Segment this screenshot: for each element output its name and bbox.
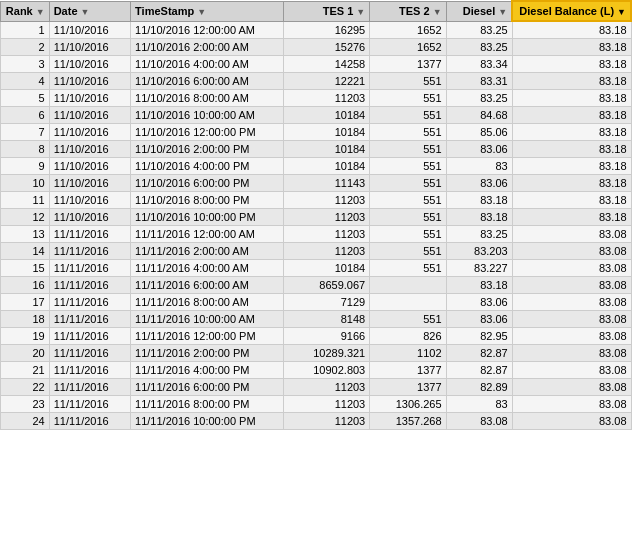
cell-date: 11/10/2016: [49, 73, 130, 90]
table-row: 911/10/201611/10/2016 4:00:00 PM10184551…: [1, 158, 632, 175]
cell-timestamp: 11/11/2016 12:00:00 AM: [131, 226, 284, 243]
cell-tes2: 551: [370, 158, 446, 175]
cell-tes1: 11143: [283, 175, 370, 192]
cell-tes2: 551: [370, 226, 446, 243]
cell-rank: 21: [1, 362, 50, 379]
table-row: 111/10/201611/10/2016 12:00:00 AM1629516…: [1, 21, 632, 39]
cell-tes1: 11203: [283, 209, 370, 226]
table-row: 1411/11/201611/11/2016 2:00:00 AM1120355…: [1, 243, 632, 260]
cell-rank: 10: [1, 175, 50, 192]
cell-diesel: 83.18: [446, 192, 512, 209]
cell-balance: 83.08: [512, 413, 631, 430]
table-row: 2311/11/201611/11/2016 8:00:00 PM1120313…: [1, 396, 632, 413]
cell-tes2: 551: [370, 209, 446, 226]
cell-timestamp: 11/10/2016 8:00:00 PM: [131, 192, 284, 209]
cell-date: 11/11/2016: [49, 345, 130, 362]
table-row: 1311/11/201611/11/2016 12:00:00 AM112035…: [1, 226, 632, 243]
cell-date: 11/10/2016: [49, 158, 130, 175]
cell-rank: 14: [1, 243, 50, 260]
cell-timestamp: 11/11/2016 8:00:00 AM: [131, 294, 284, 311]
cell-timestamp: 11/10/2016 4:00:00 AM: [131, 56, 284, 73]
cell-tes1: 14258: [283, 56, 370, 73]
cell-rank: 16: [1, 277, 50, 294]
cell-date: 11/11/2016: [49, 328, 130, 345]
cell-tes1: 11203: [283, 379, 370, 396]
column-header-tes-2[interactable]: TES 2 ▼: [370, 1, 446, 21]
cell-tes1: 10184: [283, 107, 370, 124]
cell-timestamp: 11/11/2016 2:00:00 AM: [131, 243, 284, 260]
cell-tes2: 551: [370, 124, 446, 141]
cell-tes2: 551: [370, 107, 446, 124]
cell-tes2: 1357.268: [370, 413, 446, 430]
cell-date: 11/10/2016: [49, 209, 130, 226]
cell-tes2: 551: [370, 260, 446, 277]
column-header-tes-1[interactable]: TES 1 ▼: [283, 1, 370, 21]
cell-tes1: 15276: [283, 39, 370, 56]
cell-timestamp: 11/11/2016 2:00:00 PM: [131, 345, 284, 362]
cell-tes1: 10184: [283, 141, 370, 158]
cell-date: 11/11/2016: [49, 311, 130, 328]
cell-tes2: 551: [370, 175, 446, 192]
column-header-diesel[interactable]: Diesel ▼: [446, 1, 512, 21]
cell-tes1: 9166: [283, 328, 370, 345]
cell-tes2: 1102: [370, 345, 446, 362]
cell-date: 11/11/2016: [49, 379, 130, 396]
cell-tes2: 826: [370, 328, 446, 345]
cell-tes1: 10184: [283, 260, 370, 277]
cell-tes2: 551: [370, 311, 446, 328]
cell-diesel: 83.25: [446, 226, 512, 243]
column-header-timestamp[interactable]: TimeStamp ▼: [131, 1, 284, 21]
cell-rank: 22: [1, 379, 50, 396]
cell-rank: 2: [1, 39, 50, 56]
cell-rank: 17: [1, 294, 50, 311]
cell-rank: 7: [1, 124, 50, 141]
cell-tes2: 551: [370, 192, 446, 209]
cell-date: 11/10/2016: [49, 56, 130, 73]
cell-rank: 12: [1, 209, 50, 226]
table-row: 1911/11/201611/11/2016 12:00:00 PM916682…: [1, 328, 632, 345]
cell-date: 11/10/2016: [49, 107, 130, 124]
cell-rank: 8: [1, 141, 50, 158]
cell-date: 11/10/2016: [49, 124, 130, 141]
cell-balance: 83.08: [512, 362, 631, 379]
cell-tes1: 11203: [283, 90, 370, 107]
cell-balance: 83.18: [512, 141, 631, 158]
cell-timestamp: 11/10/2016 2:00:00 PM: [131, 141, 284, 158]
sort-icon: ▼: [617, 7, 626, 17]
table-row: 611/10/201611/10/2016 10:00:00 AM1018455…: [1, 107, 632, 124]
cell-diesel: 83.08: [446, 413, 512, 430]
cell-diesel: 83.06: [446, 311, 512, 328]
cell-tes1: 16295: [283, 21, 370, 39]
cell-tes2: 551: [370, 141, 446, 158]
cell-date: 11/11/2016: [49, 226, 130, 243]
table-row: 2111/11/201611/11/2016 4:00:00 PM10902.8…: [1, 362, 632, 379]
table-row: 811/10/201611/10/2016 2:00:00 PM10184551…: [1, 141, 632, 158]
sort-icon: ▼: [356, 7, 365, 17]
column-header-date[interactable]: Date ▼: [49, 1, 130, 21]
cell-date: 11/11/2016: [49, 396, 130, 413]
cell-balance: 83.18: [512, 158, 631, 175]
cell-diesel: 85.06: [446, 124, 512, 141]
cell-tes2: 551: [370, 90, 446, 107]
cell-tes1: 11203: [283, 396, 370, 413]
column-header-diesel-balance-l[interactable]: Diesel Balance (L) ▼: [512, 1, 631, 21]
cell-diesel: 83.25: [446, 39, 512, 56]
table-row: 311/10/201611/10/2016 4:00:00 AM14258137…: [1, 56, 632, 73]
cell-balance: 83.08: [512, 226, 631, 243]
cell-timestamp: 11/10/2016 2:00:00 AM: [131, 39, 284, 56]
cell-diesel: 83.227: [446, 260, 512, 277]
sort-icon: ▼: [81, 7, 90, 17]
cell-balance: 83.18: [512, 56, 631, 73]
cell-date: 11/10/2016: [49, 90, 130, 107]
cell-tes1: 8659.067: [283, 277, 370, 294]
cell-balance: 83.08: [512, 328, 631, 345]
cell-timestamp: 11/10/2016 6:00:00 AM: [131, 73, 284, 90]
column-header-rank[interactable]: Rank ▼: [1, 1, 50, 21]
cell-balance: 83.08: [512, 294, 631, 311]
data-table: Rank ▼Date ▼TimeStamp ▼TES 1 ▼TES 2 ▼Die…: [0, 0, 632, 430]
table-row: 211/10/201611/10/2016 2:00:00 AM15276165…: [1, 39, 632, 56]
cell-tes2: 1306.265: [370, 396, 446, 413]
cell-balance: 83.18: [512, 39, 631, 56]
cell-balance: 83.08: [512, 345, 631, 362]
cell-timestamp: 11/11/2016 10:00:00 AM: [131, 311, 284, 328]
